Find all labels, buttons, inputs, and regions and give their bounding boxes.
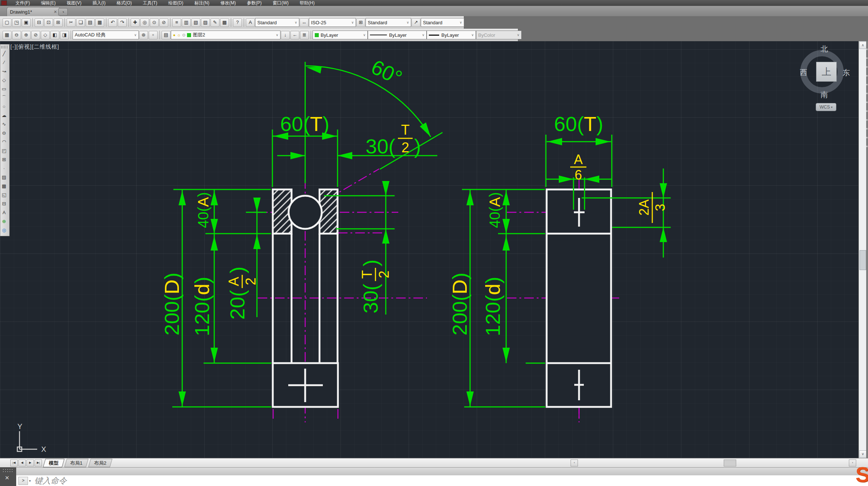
undo-icon[interactable]: ↶ xyxy=(108,18,117,27)
view-right-icon[interactable]: ◨ xyxy=(60,31,69,39)
plot-icon[interactable]: ⊟ xyxy=(35,18,43,27)
menu-parametric[interactable]: 参数(P) xyxy=(241,0,267,6)
viewcube-west-label[interactable]: 西 xyxy=(798,68,809,78)
markup-icon[interactable]: ✎ xyxy=(211,18,219,27)
menu-window[interactable]: 窗口(W) xyxy=(267,0,294,6)
vertical-scroll-thumb[interactable] xyxy=(860,250,866,270)
mleader-style-select[interactable]: Standard ∨ xyxy=(421,18,464,27)
match-properties-icon[interactable]: ▦ xyxy=(95,18,104,27)
viewcube-north-label[interactable]: 北 xyxy=(819,44,830,54)
quickcalc-icon[interactable]: ▩ xyxy=(220,18,229,27)
viewport-controls-label[interactable]: [-][俯视][二维线框] xyxy=(10,43,59,50)
lineweight-select[interactable]: ByLayer ∨ xyxy=(427,31,476,39)
ellipse-icon[interactable]: ⊖ xyxy=(0,129,8,138)
layer-on-bulb-icon[interactable]: ● xyxy=(173,33,176,37)
layer-select[interactable]: ● ☼ ⊙ 图层2 ∨ xyxy=(171,31,280,39)
dim-left-30T2-vertical[interactable]: 30( T 2 ) xyxy=(359,259,392,313)
workspace-settings-icon[interactable]: ⊛ xyxy=(139,31,148,39)
designcenter-icon[interactable]: ▥ xyxy=(182,18,191,27)
menu-view[interactable]: 视图(V) xyxy=(61,0,87,6)
viewcube-east-label[interactable]: 东 xyxy=(841,68,852,78)
table-style-select[interactable]: Standard ∨ xyxy=(366,18,411,27)
tab-layout1[interactable]: 布局1 xyxy=(64,459,89,467)
toolbar-grip[interactable] xyxy=(1,46,8,49)
tool-palettes-icon[interactable]: ▧ xyxy=(191,18,200,27)
dim-right-120d[interactable]: 120(d) xyxy=(481,277,504,336)
construction-line-icon[interactable]: ∕ xyxy=(0,58,8,67)
publish-icon[interactable]: ⊞ xyxy=(54,18,63,27)
pan-icon[interactable]: ✚ xyxy=(131,18,140,27)
dim-left-200D[interactable]: 200(D) xyxy=(160,273,183,336)
sheet-set-icon[interactable]: ▨ xyxy=(201,18,210,27)
command-close-icon[interactable]: ✕ xyxy=(5,475,10,481)
make-block-icon[interactable]: ⊞ xyxy=(0,155,8,164)
new-icon[interactable]: ▢ xyxy=(3,18,11,27)
dim-left-30T2[interactable]: 30( T 2 ) xyxy=(366,122,421,158)
layer-make-current-icon[interactable]: ↓ xyxy=(281,31,290,39)
properties-icon[interactable]: ≡ xyxy=(172,18,181,27)
command-line[interactable]: > ▾ 键入命令 xyxy=(16,475,868,486)
save-icon[interactable]: ▣ xyxy=(22,18,31,27)
command-input-placeholder[interactable]: 键入命令 xyxy=(35,475,67,486)
prev-tab-button[interactable]: ◀ xyxy=(18,460,26,467)
color-select[interactable]: ByLayer ∨ xyxy=(313,31,368,39)
view-left-icon[interactable]: ◧ xyxy=(50,31,59,39)
open-icon[interactable]: ◳ xyxy=(12,18,21,27)
grip-dots[interactable] xyxy=(3,469,14,473)
command-prompt-icon[interactable]: > xyxy=(18,477,28,485)
dim-style-select[interactable]: ISO-25 ∨ xyxy=(309,18,356,27)
tab-model[interactable]: 模型 xyxy=(43,459,65,467)
tab-close-icon[interactable]: ✕ xyxy=(54,10,57,14)
menu-modify[interactable]: 修改(M) xyxy=(215,0,241,6)
viewcube-top-face[interactable]: 上 xyxy=(816,62,837,82)
help-icon[interactable]: ? xyxy=(233,18,242,27)
viewcube-south-label[interactable]: 南 xyxy=(819,90,830,100)
drawing-tab[interactable]: Drawing1* ✕ xyxy=(7,7,60,17)
mtext-icon[interactable]: A xyxy=(0,208,8,217)
zoom-in-icon[interactable]: ⊕ xyxy=(22,31,31,39)
tab-layout2[interactable]: 布局2 xyxy=(88,459,113,467)
paste-icon[interactable]: ▤ xyxy=(86,18,95,27)
horizontal-scroll-thumb[interactable] xyxy=(724,460,736,467)
zoom-realtime-icon[interactable]: ◎ xyxy=(140,18,149,27)
menu-format[interactable]: 格式(O) xyxy=(111,0,137,6)
layer-states-icon[interactable]: ≣ xyxy=(300,31,309,39)
named-view-icon[interactable]: ⊖ xyxy=(12,31,21,39)
vertical-scrollbar[interactable]: ∧ ∨ xyxy=(858,41,866,458)
command-window-grip[interactable]: ✕ xyxy=(0,467,16,486)
region-icon[interactable]: ◱ xyxy=(0,191,8,199)
layer-previous-icon[interactable]: ← xyxy=(290,31,299,39)
layer-thaw-sun-icon[interactable]: ☼ xyxy=(177,33,181,37)
linetype-select[interactable]: ByLayer ∨ xyxy=(368,31,427,39)
ucs-icon[interactable]: ▦ xyxy=(3,31,11,39)
menu-draw[interactable]: 绘图(D) xyxy=(163,0,189,6)
spline-icon[interactable]: ∿ xyxy=(0,120,8,129)
hscroll-left-button[interactable]: ‹ xyxy=(571,460,578,467)
workspace-select[interactable]: AutoCAD 经典 ∨ xyxy=(73,31,139,39)
dim-left-120d[interactable]: 120(d) xyxy=(190,277,214,336)
dim-right-A6[interactable]: A 6 xyxy=(570,152,586,182)
osnap-icon[interactable]: ◎ xyxy=(0,226,8,235)
dim-left-20A2[interactable]: 20( A 2 ) xyxy=(226,266,258,320)
layer-properties-icon[interactable]: ▤ xyxy=(162,31,170,39)
dim-right-60T[interactable]: 60(T) xyxy=(554,112,603,135)
point-icon[interactable]: ∙ xyxy=(0,164,8,173)
menu-edit[interactable]: 编辑(E) xyxy=(35,0,61,6)
polyline-icon[interactable]: ↝ xyxy=(0,67,8,76)
menu-help[interactable]: 帮助(H) xyxy=(294,0,320,6)
viewcube[interactable]: 北 西 东 南 上 WCS ▾ xyxy=(800,43,858,116)
scroll-up-button[interactable]: ∧ xyxy=(859,42,867,49)
hatch-icon[interactable]: ▨ xyxy=(0,173,8,182)
dim-left-60deg[interactable]: 60° xyxy=(368,55,406,90)
side-view[interactable] xyxy=(547,189,611,407)
dim-left-60T[interactable]: 60(T) xyxy=(280,112,329,135)
copy-icon[interactable]: ❏ xyxy=(76,18,85,27)
insert-block-icon[interactable]: ◰ xyxy=(0,146,8,155)
menu-dimension[interactable]: 标注(N) xyxy=(189,0,215,6)
next-tab-button[interactable]: ▶ xyxy=(27,460,34,467)
ellipse-arc-icon[interactable]: ◠ xyxy=(0,138,8,146)
polygon-icon[interactable]: ◇ xyxy=(0,76,8,85)
dim-left-40A[interactable]: 40(A) xyxy=(195,192,211,228)
menu-file[interactable]: 文件(F) xyxy=(10,0,35,6)
table-icon[interactable]: ⊟ xyxy=(0,199,8,208)
